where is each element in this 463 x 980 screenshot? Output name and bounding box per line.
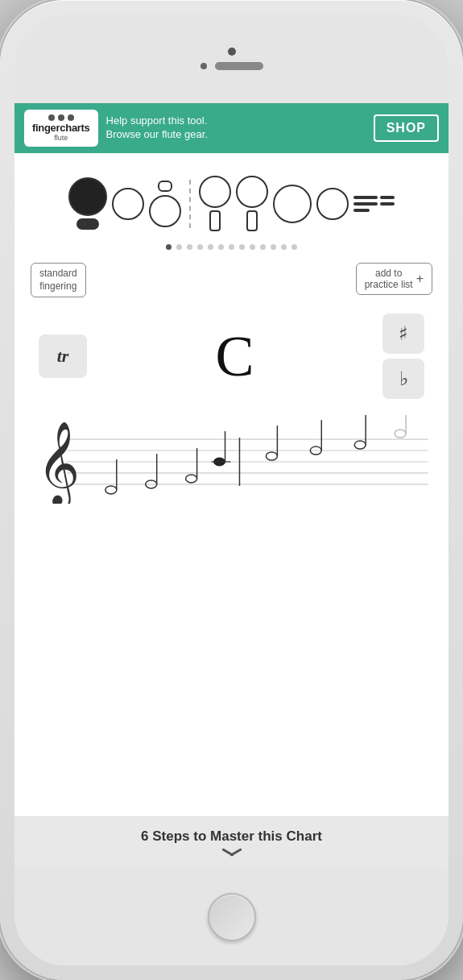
key-4-sub bbox=[209, 210, 221, 231]
key-3-group bbox=[149, 181, 181, 227]
svg-text:𝄞: 𝄞 bbox=[37, 422, 80, 504]
sharp-button[interactable]: ♯ bbox=[382, 314, 424, 354]
trill-button[interactable]: tr bbox=[39, 334, 87, 378]
dot-2 bbox=[187, 244, 192, 250]
dot-8 bbox=[250, 244, 255, 250]
h-key-1 bbox=[353, 196, 395, 199]
h-line-1 bbox=[353, 196, 378, 199]
dot-11 bbox=[281, 244, 287, 250]
key-5-group bbox=[236, 176, 268, 231]
far-right-keys bbox=[353, 196, 395, 212]
svg-point-11 bbox=[186, 475, 197, 483]
key-1-sub bbox=[76, 218, 99, 230]
fingering-badge: standard fingering bbox=[31, 263, 86, 297]
h-key-2 bbox=[353, 202, 395, 206]
logo-brand: fingercharts bbox=[32, 122, 90, 133]
add-practice-line1: add to bbox=[375, 268, 402, 279]
logo-dot-3 bbox=[68, 114, 74, 121]
fingering-label-line1: standard bbox=[39, 268, 77, 279]
screen: fingercharts flute Help support this too… bbox=[14, 103, 449, 869]
key-2 bbox=[112, 188, 144, 220]
flat-button[interactable]: ♭ bbox=[382, 359, 424, 399]
plus-icon: + bbox=[416, 272, 424, 286]
phone-screen: fingercharts flute Help support this too… bbox=[14, 15, 449, 965]
main-content: standard fingering add to practice list … bbox=[14, 153, 449, 816]
add-practice-line2: practice list bbox=[365, 279, 413, 290]
fingering-diagram bbox=[68, 169, 395, 238]
logo-dot-1 bbox=[48, 114, 55, 121]
speaker bbox=[215, 62, 263, 70]
phone-frame: fingercharts flute Help support this too… bbox=[0, 0, 463, 980]
svg-point-7 bbox=[105, 486, 117, 494]
h-line-2 bbox=[380, 196, 395, 199]
dot-1 bbox=[176, 244, 182, 250]
key-4-group bbox=[199, 176, 231, 231]
key-7 bbox=[316, 188, 349, 220]
controls-row: standard fingering add to practice list … bbox=[31, 263, 432, 297]
fingering-area bbox=[31, 169, 432, 250]
chevron-down-icon bbox=[221, 849, 243, 861]
shop-button[interactable]: SHOP bbox=[374, 114, 439, 142]
steps-text: 6 Steps to Master this Chart bbox=[141, 828, 322, 845]
front-camera bbox=[200, 63, 207, 69]
key-3-top bbox=[158, 181, 172, 192]
staff-svg: 𝄞 bbox=[35, 415, 428, 504]
dot-4 bbox=[208, 244, 213, 250]
key-6 bbox=[273, 185, 312, 223]
header-tagline: Help support this tool. Browse our flute… bbox=[106, 114, 366, 142]
h-line-5 bbox=[353, 209, 370, 212]
h-line-3 bbox=[353, 202, 378, 206]
note-display: tr C ♯ ♭ bbox=[31, 314, 432, 399]
note-letter: C bbox=[87, 327, 382, 385]
logo-dot-2 bbox=[58, 114, 64, 121]
logo-sub: flute bbox=[54, 134, 68, 142]
add-to-practice-button[interactable]: add to practice list + bbox=[356, 263, 432, 295]
dot-5 bbox=[218, 244, 224, 250]
camera bbox=[228, 48, 236, 56]
sharp-symbol: ♯ bbox=[399, 322, 408, 345]
dot-12 bbox=[291, 244, 297, 250]
dot-3 bbox=[197, 244, 203, 250]
flat-symbol: ♭ bbox=[399, 368, 408, 390]
tagline-line2: Browse our flute gear. bbox=[106, 128, 208, 140]
h-line-4 bbox=[380, 202, 395, 206]
svg-point-20 bbox=[354, 441, 366, 449]
svg-point-22 bbox=[395, 430, 406, 438]
h-key-3 bbox=[353, 209, 395, 212]
header-banner: fingercharts flute Help support this too… bbox=[14, 103, 449, 153]
key-5-sub bbox=[246, 210, 258, 231]
dot-7 bbox=[239, 244, 245, 250]
dot-0 bbox=[166, 244, 172, 250]
logo-dots bbox=[48, 114, 74, 121]
speaker-row bbox=[200, 62, 263, 70]
logo-box: fingercharts flute bbox=[24, 110, 98, 147]
dot-9 bbox=[260, 244, 266, 250]
bottom-bar[interactable]: 6 Steps to Master this Chart bbox=[14, 816, 449, 869]
key-4 bbox=[199, 176, 231, 208]
key-7-group bbox=[316, 188, 349, 220]
svg-point-16 bbox=[266, 452, 277, 460]
home-button[interactable] bbox=[208, 893, 256, 941]
key-3 bbox=[149, 195, 181, 227]
page-dots bbox=[166, 244, 297, 250]
dot-10 bbox=[271, 244, 276, 250]
key-1 bbox=[68, 177, 107, 230]
accidentals-group: ♯ ♭ bbox=[382, 314, 424, 399]
key-1-circle bbox=[68, 177, 107, 216]
tagline-line1: Help support this tool. bbox=[106, 114, 208, 127]
top-bezel bbox=[14, 15, 449, 103]
add-practice-text: add to practice list bbox=[365, 268, 413, 290]
fingering-label-line2: fingering bbox=[39, 280, 76, 292]
staff-area: 𝄞 bbox=[31, 415, 432, 504]
section-divider bbox=[189, 180, 191, 228]
dot-6 bbox=[229, 244, 234, 250]
trill-label: tr bbox=[57, 346, 69, 367]
bottom-bezel bbox=[14, 869, 449, 965]
key-5 bbox=[236, 176, 268, 208]
